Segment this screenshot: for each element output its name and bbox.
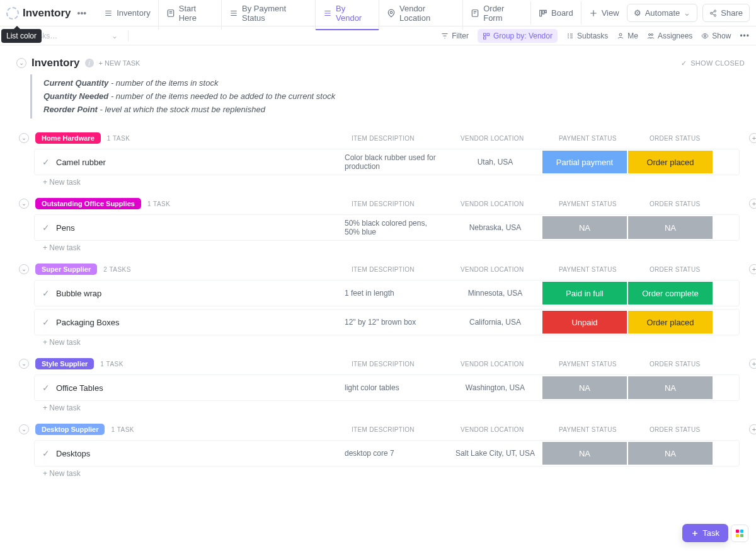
chevron-down-icon[interactable]: ⌄ [112,32,118,40]
payment-status[interactable]: NA [542,442,627,465]
show-closed-label: SHOW CLOSED [690,59,745,67]
show-closed-button[interactable]: ✓ SHOW CLOSED [681,59,745,67]
vendor-pill[interactable]: Super Supplier [35,264,97,275]
list-title[interactable]: Inventory [32,57,80,69]
check-icon[interactable]: ✓ [42,448,50,458]
order-status[interactable]: Order placed [628,311,713,334]
check-icon[interactable]: ✓ [42,157,50,167]
order-status[interactable]: Order complete [628,282,713,304]
collapse-group-icon[interactable] [19,359,29,369]
desc-text-3: - level at which the stock must be reple… [98,105,265,114]
task-name[interactable]: Camel rubber [56,158,106,167]
new-task-button[interactable]: New task [43,178,740,187]
collapse-list-icon[interactable] [16,58,26,68]
tab-label: Start Here [179,4,214,23]
share-icon [709,9,717,17]
col-vendor-loc: VENDOR LOCATION [461,266,554,273]
tab-label: Board [551,8,573,18]
task-name[interactable]: Desktops [56,449,90,458]
new-task-button[interactable]: New task [43,469,740,478]
workspace-menu-button[interactable]: ••• [75,8,89,18]
person-icon [617,32,624,40]
check-icon[interactable]: ✓ [42,317,50,327]
add-column-button[interactable]: + [749,424,756,434]
svg-point-7 [711,12,713,14]
assignees-label: Assignees [658,32,692,40]
task-name[interactable]: Office Tables [56,383,103,393]
vendor-location: Nebraska, USA [449,215,542,240]
collapse-group-icon[interactable] [19,133,29,143]
add-column-button[interactable]: + [749,199,756,209]
tab-vendor-location[interactable]: Vendor Location [379,0,462,30]
check-icon[interactable]: ✓ [42,383,50,393]
col-item-desc: ITEM DESCRIPTION [352,200,455,207]
vendor-pill[interactable]: Style Supplier [35,358,94,369]
show-button[interactable]: Show [701,32,731,40]
col-order: ORDER STATUS [650,200,735,207]
task-name[interactable]: Pens [56,223,75,233]
payment-status[interactable]: NA [542,376,627,399]
subtasks-button[interactable]: Subtasks [566,32,608,40]
task-name[interactable]: Bubble wrap [56,289,101,298]
vendor-group: Desktop Supplier1 TASKITEM DESCRIPTIONVE… [16,421,740,478]
share-button[interactable]: Share [702,4,750,22]
vendor-pill[interactable]: Home Hardware [35,132,101,144]
col-payment: PAYMENT STATUS [559,426,644,433]
list-color-icon[interactable] [6,7,19,20]
order-status[interactable]: NA [628,442,713,465]
vendor-pill[interactable]: Outstanding Office Supplies [35,198,141,209]
tab-order-form[interactable]: Order Form [462,0,530,30]
assignees-button[interactable]: Assignees [647,32,692,40]
tab-board[interactable]: Board [530,1,581,25]
order-status[interactable]: NA [628,376,713,399]
payment-status[interactable]: NA [542,216,627,239]
new-task-button[interactable]: New task [43,243,740,252]
tab-view[interactable]: View [581,1,627,25]
tab-by-payment-status[interactable]: By Payment Status [221,0,315,30]
new-task-inline[interactable]: + NEW TASK [99,59,140,67]
add-column-button[interactable]: + [749,359,756,369]
vendor-pill[interactable]: Desktop Supplier [35,424,105,435]
svg-rect-3 [540,10,542,16]
task-row[interactable]: ✓Camel rubberColor black rubber used for… [34,149,740,175]
new-task-button[interactable]: New task [43,338,740,347]
info-icon[interactable]: i [85,59,94,67]
floating-task-button[interactable]: Task [682,524,728,542]
tab-by-vendor[interactable]: By Vendor [315,0,379,30]
floating-apps-button[interactable] [731,525,748,542]
more-options-button[interactable]: ••• [740,32,750,40]
payment-status[interactable]: Paid in full [542,282,627,304]
tab-label: View [602,8,619,18]
collapse-group-icon[interactable] [19,199,29,209]
group-by-button[interactable]: Group by: Vendor [478,29,558,43]
check-icon[interactable]: ✓ [42,223,50,233]
col-payment: PAYMENT STATUS [559,200,644,207]
new-task-button[interactable]: New task [43,403,740,412]
check-icon[interactable]: ✓ [42,288,50,298]
order-status[interactable]: NA [628,216,713,239]
payment-status[interactable]: Unpaid [542,311,627,334]
task-row[interactable]: ✓Desktopsdesktop core 7Salt Lake City, U… [34,440,740,467]
filter-button[interactable]: Filter [441,32,469,40]
automate-button[interactable]: ⚙ Automate [627,4,698,22]
tab-start-here[interactable]: Start Here [158,0,221,30]
order-status[interactable]: Order placed [628,151,713,173]
group-by-label: Group by: Vendor [493,32,553,40]
payment-status[interactable]: Partial payment [542,151,627,173]
collapse-group-icon[interactable] [19,424,29,434]
tab-icon [539,9,547,18]
add-column-button[interactable]: + [749,264,756,274]
collapse-group-icon[interactable] [19,264,29,274]
task-row[interactable]: ✓Pens50% black colored pens, 50% blueNeb… [34,214,740,241]
me-button[interactable]: Me [617,32,638,40]
task-row[interactable]: ✓Bubble wrap1 feet in lengthMinnesota, U… [34,280,740,306]
task-row[interactable]: ✓Office Tableslight color tablesWashingt… [34,374,740,401]
add-column-button[interactable]: + [749,133,756,143]
item-description: 50% black colored pens, 50% blue [345,215,449,240]
task-name[interactable]: Packaging Boxes [56,318,119,327]
workspace-title[interactable]: Inventory [23,7,71,20]
svg-point-15 [704,35,706,37]
tab-inventory[interactable]: Inventory [96,1,158,25]
list-description: Current Quantity - number of the items i… [30,74,745,119]
task-row[interactable]: ✓Packaging Boxes12" by 12" brown boxCali… [34,309,740,335]
